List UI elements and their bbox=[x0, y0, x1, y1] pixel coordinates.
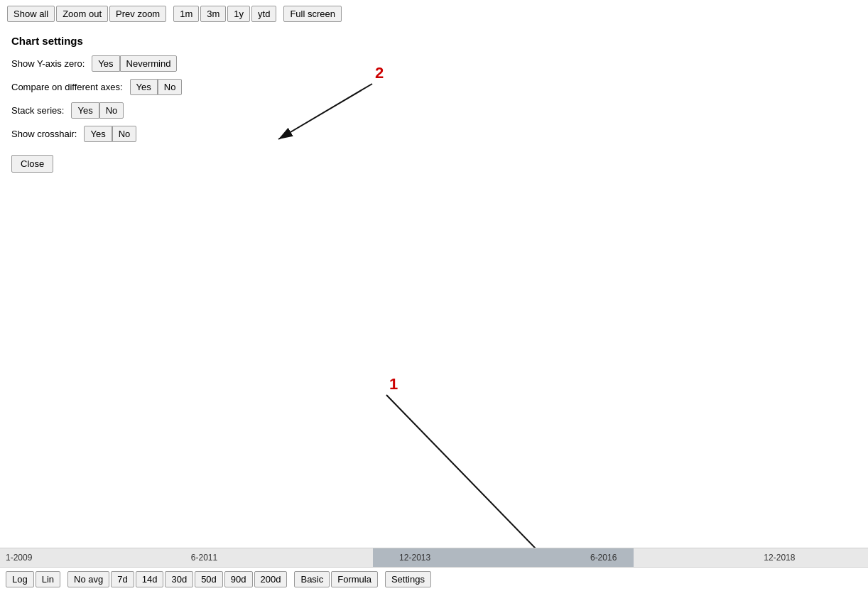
timeline-label-2: 6-2011 bbox=[191, 553, 217, 563]
top-toolbar: Show all Zoom out Prev zoom 1m 3m 1y ytd… bbox=[0, 0, 868, 28]
show-crosshair-group: Yes No bbox=[84, 126, 136, 142]
timeline-label-1: 1-2009 bbox=[6, 553, 32, 563]
show-yaxis-zero-row: Show Y-axis zero: Yes Nevermind bbox=[11, 55, 857, 72]
show-crosshair-yes[interactable]: Yes bbox=[84, 126, 112, 142]
14d-button[interactable]: 14d bbox=[136, 571, 164, 587]
timeline-label-5: 12-2018 bbox=[764, 553, 795, 563]
show-yaxis-zero-label: Show Y-axis zero: bbox=[11, 58, 85, 69]
show-yaxis-zero-group: Yes Nevermind bbox=[92, 55, 177, 72]
1y-button[interactable]: 1y bbox=[227, 6, 250, 22]
full-screen-button[interactable]: Full screen bbox=[283, 6, 342, 22]
50d-button[interactable]: 50d bbox=[195, 571, 223, 587]
bottom-toolbar: Log Lin No avg 7d 14d 30d 50d 90d 200d B… bbox=[0, 568, 868, 591]
ytd-button[interactable]: ytd bbox=[251, 6, 276, 22]
chart-settings-panel: Chart settings Show Y-axis zero: Yes Nev… bbox=[0, 28, 868, 180]
stack-series-group: Yes No bbox=[71, 102, 124, 119]
timeline-label-3: 12-2013 bbox=[399, 553, 430, 563]
3m-button[interactable]: 3m bbox=[200, 6, 226, 22]
stack-series-label: Stack series: bbox=[11, 105, 64, 116]
show-crosshair-label: Show crosshair: bbox=[11, 129, 77, 139]
prev-zoom-button[interactable]: Prev zoom bbox=[109, 6, 166, 22]
show-crosshair-no[interactable]: No bbox=[112, 126, 137, 142]
no-avg-button[interactable]: No avg bbox=[67, 571, 109, 587]
close-button[interactable]: Close bbox=[11, 155, 53, 173]
show-crosshair-row: Show crosshair: Yes No bbox=[11, 126, 857, 142]
compare-axes-no[interactable]: No bbox=[158, 79, 183, 95]
timeline-bar: 1-2009 6-2011 12-2013 6-2016 12-2018 bbox=[0, 548, 868, 568]
timeline-label-4: 6-2016 bbox=[590, 553, 617, 563]
90d-button[interactable]: 90d bbox=[224, 571, 253, 587]
show-yaxis-zero-nevermind[interactable]: Nevermind bbox=[120, 55, 178, 72]
show-all-button[interactable]: Show all bbox=[7, 6, 55, 22]
lin-button[interactable]: Lin bbox=[36, 571, 60, 587]
compare-axes-label: Compare on different axes: bbox=[11, 82, 123, 92]
annotation-1-label: 1 bbox=[389, 375, 398, 393]
compare-axes-group: Yes No bbox=[130, 79, 183, 95]
7d-button[interactable]: 7d bbox=[111, 571, 134, 587]
bottom-area: 1-2009 6-2011 12-2013 6-2016 12-2018 Log… bbox=[0, 548, 868, 591]
30d-button[interactable]: 30d bbox=[165, 571, 193, 587]
zoom-out-button[interactable]: Zoom out bbox=[56, 6, 108, 22]
log-button[interactable]: Log bbox=[6, 571, 34, 587]
compare-axes-yes[interactable]: Yes bbox=[130, 79, 158, 95]
basic-button[interactable]: Basic bbox=[294, 571, 330, 587]
200d-button[interactable]: 200d bbox=[254, 571, 288, 587]
1m-button[interactable]: 1m bbox=[173, 6, 199, 22]
settings-button[interactable]: Settings bbox=[385, 571, 431, 587]
annotation-1-arrow bbox=[386, 395, 558, 572]
stack-series-yes[interactable]: Yes bbox=[71, 102, 99, 119]
show-yaxis-zero-yes[interactable]: Yes bbox=[92, 55, 119, 72]
stack-series-no[interactable]: No bbox=[99, 102, 124, 119]
stack-series-row: Stack series: Yes No bbox=[11, 102, 857, 119]
compare-axes-row: Compare on different axes: Yes No bbox=[11, 79, 857, 95]
chart-settings-title: Chart settings bbox=[11, 35, 857, 47]
formula-button[interactable]: Formula bbox=[331, 571, 378, 587]
